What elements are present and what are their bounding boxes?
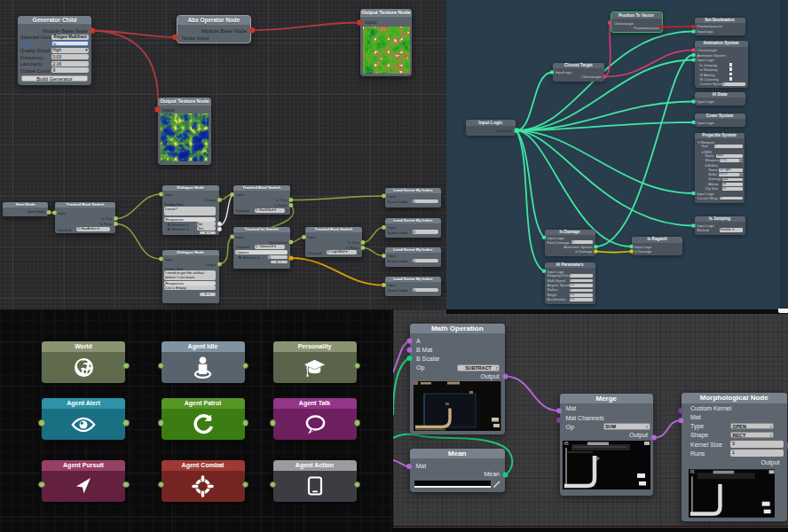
svg-text:45: 45	[690, 470, 694, 474]
svg-text:45: 45	[563, 442, 568, 446]
